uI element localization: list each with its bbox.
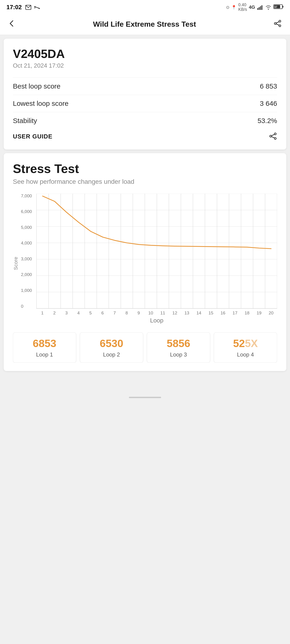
loop-card-3: 5856 Loop 3 [147,332,210,363]
network-type: 4G [249,4,255,10]
x-tick-7: 7 [109,310,121,316]
loop-4-score: 525X [218,337,273,350]
status-bar: 17:02 // ⊙ 📍 0.40KB/s 4G [0,0,290,14]
user-guide-label[interactable]: USER GUIDE [13,133,53,140]
svg-rect-8 [282,6,283,8]
x-tick-2: 2 [48,310,60,316]
svg-point-18 [274,138,276,140]
y-tick-5000: 5,000 [21,225,32,230]
device-date: Oct 21, 2024 17:02 [13,62,277,69]
x-axis-ticks: 1 2 3 4 5 6 7 8 9 10 11 12 13 14 15 16 1 [36,310,277,316]
stability-value: 53.2% [257,117,277,125]
header-share-button[interactable] [273,19,282,29]
x-tick-4: 4 [73,310,85,316]
home-indicator-container [0,393,290,402]
x-tick-19: 19 [253,310,265,316]
x-tick-1: 1 [36,310,48,316]
battery-display: 67 [273,4,283,10]
x-tick-20: 20 [265,310,277,316]
y-tick-0: 0 [21,304,32,308]
status-left: 17:02 // [7,4,40,11]
y-tick-7000: 7,000 [21,194,32,198]
stress-chart-svg [37,194,277,308]
user-guide-row[interactable]: USER GUIDE [13,129,277,141]
stress-test-subtitle: See how performance changes under load [13,178,277,186]
lowest-loop-label: Lowest loop score [13,100,69,108]
speed-icon: ⊙ [226,5,229,10]
x-tick-6: 6 [96,310,108,316]
svg-rect-5 [261,5,262,10]
loop-2-score: 6530 [84,337,139,350]
y-tick-1000: 1,000 [21,288,32,292]
back-button[interactable] [8,20,16,29]
svg-point-13 [279,25,281,27]
svg-text:67: 67 [274,6,277,8]
lowest-loop-value: 3 646 [260,100,277,108]
svg-rect-3 [259,7,260,10]
page-title: Wild Life Extreme Stress Test [93,20,196,28]
x-tick-17: 17 [229,310,241,316]
svg-line-19 [271,134,274,136]
stress-test-title: Stress Test [13,162,277,176]
loop-card-4: 525X Loop 4 [214,332,277,363]
x-tick-18: 18 [241,310,253,316]
loop-2-label: Loop 2 [84,352,139,358]
svg-line-20 [271,136,274,138]
location-icon: 📍 [231,5,236,10]
stability-row: Stability 53.2% [13,112,277,129]
x-tick-13: 13 [181,310,193,316]
chart-area: 7,000 6,000 5,000 4,000 3,000 2,000 1,00… [36,194,277,309]
x-axis-label: Loop [36,317,277,324]
svg-point-12 [274,22,276,24]
x-tick-14: 14 [193,310,205,316]
loop-card-1: 6853 Loop 1 [13,332,76,363]
svg-text://: // [34,6,36,9]
svg-rect-4 [260,6,261,10]
signal-icon [257,5,263,10]
battery-icon: 67 [273,4,283,9]
page-header: Wild Life Extreme Stress Test [0,14,290,35]
result-card: V2405DA Oct 21, 2024 17:02 Best loop sco… [4,39,286,150]
lowest-loop-row: Lowest loop score 3 646 [13,95,277,112]
loop-cards-container: 6853 Loop 1 6530 Loop 2 5856 Loop 3 525X… [13,332,277,363]
best-loop-value: 6 853 [260,82,277,90]
svg-line-14 [276,22,279,23]
user-guide-share-button[interactable] [269,132,277,141]
best-loop-label: Best loop score [13,82,61,90]
loop-3-label: Loop 3 [151,352,206,358]
email-icon [25,4,32,10]
svg-point-17 [270,135,271,137]
x-tick-16: 16 [217,310,229,316]
chart-wrap: 7,000 6,000 5,000 4,000 3,000 2,000 1,00… [21,194,277,324]
y-tick-6000: 6,000 [21,209,32,214]
x-tick-3: 3 [61,310,73,316]
svg-point-11 [279,20,281,22]
x-tick-9: 9 [133,310,145,316]
y-tick-2000: 2,000 [21,272,32,277]
x-tick-12: 12 [169,310,181,316]
user-guide-share-icon [269,132,277,140]
loop-card-2: 6530 Loop 2 [80,332,143,363]
x-tick-8: 8 [121,310,133,316]
svg-line-15 [276,24,279,25]
loop-1-score: 6853 [17,337,72,350]
stress-test-card: Stress Test See how performance changes … [4,153,286,371]
time-display: 17:02 [7,4,22,11]
x-tick-11: 11 [157,310,169,316]
y-tick-3000: 3,000 [21,257,32,261]
svg-point-6 [268,9,269,10]
network-speed: 0.40KB/s [238,3,247,12]
y-axis-label: Score [13,194,19,324]
loop-1-label: Loop 1 [17,352,72,358]
stability-label: Stability [13,117,37,125]
home-indicator [129,397,161,398]
loop-3-score: 5856 [151,337,206,350]
best-loop-row: Best loop score 6 853 [13,78,277,95]
x-tick-15: 15 [205,310,217,316]
device-name: V2405DA [13,47,277,61]
wifi-icon [265,5,271,10]
y-tick-4000: 4,000 [21,241,32,245]
svg-rect-2 [257,8,258,10]
chart-container: Score 7,000 6,000 5,000 4,000 3,000 2,00… [13,194,277,324]
svg-point-16 [274,133,276,135]
